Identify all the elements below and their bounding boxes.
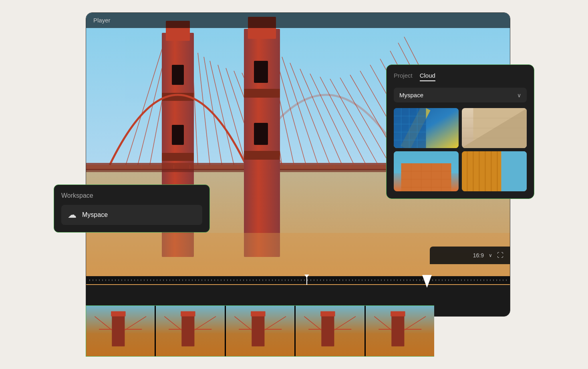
scene: Player — [54, 12, 534, 357]
svg-rect-83 — [252, 312, 264, 347]
film-thumb-4[interactable] — [296, 306, 364, 356]
svg-rect-20 — [172, 65, 184, 85]
cloud-icon: ☁ — [68, 210, 77, 220]
timeline-dots-container — [89, 279, 507, 281]
workspace-title: Workspace — [61, 192, 202, 199]
player-title: Player — [93, 17, 111, 24]
cloud-thumb-4[interactable] — [462, 151, 527, 191]
svg-rect-90 — [321, 312, 334, 347]
svg-rect-47 — [254, 61, 268, 83]
cloud-image-1 — [394, 108, 459, 148]
svg-rect-77 — [181, 311, 195, 317]
cloud-grid — [394, 108, 527, 191]
workspace-popup: Workspace ☁ Myspace — [54, 184, 210, 233]
cloud-thumb-2[interactable] — [462, 108, 527, 148]
svg-rect-97 — [391, 312, 404, 347]
cloud-tabs: Project Cloud — [394, 72, 527, 81]
workspace-item-myspace[interactable]: ☁ Myspace — [61, 205, 202, 225]
aspect-chevron-icon[interactable]: ∨ — [489, 253, 492, 258]
svg-rect-98 — [391, 311, 405, 317]
svg-rect-106 — [394, 108, 426, 148]
cloud-image-3 — [394, 151, 459, 191]
cloud-image-2 — [462, 108, 527, 148]
dropdown-chevron-icon: ∨ — [517, 92, 521, 98]
svg-rect-84 — [251, 311, 265, 317]
tab-cloud[interactable]: Cloud — [420, 72, 435, 81]
cloud-image-4 — [462, 151, 527, 191]
svg-rect-44 — [244, 89, 280, 98]
film-thumb-1[interactable] — [86, 306, 155, 356]
controls-bar: 16:9 ∨ ⛶ — [430, 247, 510, 264]
svg-rect-48 — [254, 123, 268, 145]
film-thumb-2[interactable] — [156, 306, 224, 356]
cloud-panel: Project Cloud Myspace ∨ — [386, 64, 534, 199]
svg-rect-70 — [111, 311, 125, 317]
svg-marker-140 — [501, 151, 527, 191]
timeline-playhead[interactable] — [306, 277, 307, 285]
player-title-bar: Player — [86, 13, 510, 28]
film-thumb-3[interactable] — [226, 306, 294, 356]
aspect-ratio-label: 16:9 — [473, 252, 484, 259]
timeline-ruler — [86, 276, 510, 284]
film-thumb-5[interactable] — [366, 306, 434, 356]
workspace-item-label: Myspace — [82, 211, 108, 219]
cloud-thumb-1[interactable] — [394, 108, 459, 148]
fullscreen-icon[interactable]: ⛶ — [497, 252, 503, 259]
cloud-dropdown-label: Myspace — [399, 92, 423, 98]
tab-project[interactable]: Project — [394, 72, 413, 81]
playhead-connector — [422, 275, 432, 289]
cloud-thumb-3[interactable] — [394, 151, 459, 191]
svg-rect-21 — [172, 125, 184, 145]
cloud-dropdown[interactable]: Myspace ∨ — [394, 88, 527, 102]
svg-rect-69 — [112, 312, 125, 347]
svg-rect-18 — [162, 153, 194, 161]
svg-rect-76 — [182, 312, 195, 347]
film-strip — [86, 305, 434, 357]
svg-marker-139 — [462, 151, 501, 191]
svg-rect-45 — [244, 151, 280, 160]
svg-marker-141 — [422, 275, 432, 288]
timeline-dots — [89, 279, 507, 281]
svg-rect-91 — [320, 311, 335, 317]
